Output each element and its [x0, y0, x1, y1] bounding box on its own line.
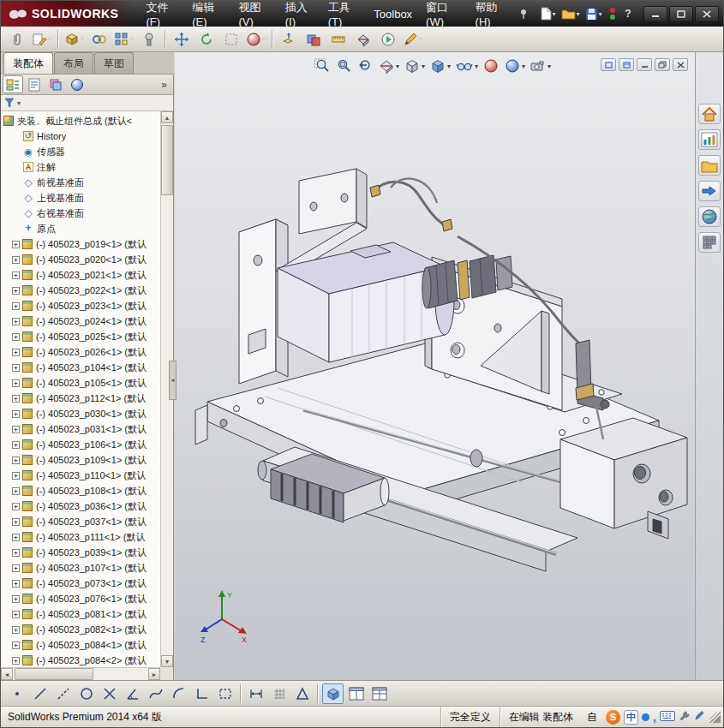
- scroll-right-button[interactable]: ►: [148, 668, 160, 680]
- tree-part-row[interactable]: +(-) 405023_p039<1> (默认: [1, 545, 160, 560]
- previous-view-button[interactable]: [355, 56, 375, 76]
- sketch-button[interactable]: ▾: [401, 28, 424, 51]
- tree-part-row[interactable]: +(-) 405023_p037<1> (默认: [1, 514, 160, 529]
- tree-part-row[interactable]: +(-) 405023_p036<1> (默认: [1, 498, 160, 514]
- trim-tool-button[interactable]: [99, 683, 120, 704]
- motion-study-button[interactable]: [376, 28, 399, 51]
- soft-keyboard-icon[interactable]: [660, 711, 675, 724]
- command-tab[interactable]: 草图: [94, 52, 134, 74]
- tree-part-row[interactable]: +(-) 405023_p031<1> (默认: [1, 421, 160, 437]
- move-component-button[interactable]: [170, 28, 193, 51]
- sogou-icon[interactable]: S: [606, 710, 620, 725]
- expand-toggle-icon[interactable]: +: [12, 302, 20, 310]
- scroll-up-button[interactable]: ▲: [161, 111, 173, 123]
- maximize-button[interactable]: [669, 6, 693, 22]
- tree-part-row[interactable]: +(-) 405023_p108<1> (默认: [1, 483, 160, 498]
- ime-language-icon[interactable]: 中: [624, 710, 638, 725]
- menubar-item[interactable]: 编辑(E): [185, 1, 231, 27]
- tree-part-row[interactable]: +(-) 405023_p022<1> (默认: [1, 283, 160, 298]
- corner-tool-button[interactable]: [191, 683, 212, 704]
- tree-horizontal-scrollbar[interactable]: ◄ ►: [1, 667, 160, 680]
- expand-toggle-icon[interactable]: +: [12, 487, 20, 495]
- tree-part-row[interactable]: +(-) 405023_p110<1> (默认: [1, 468, 160, 483]
- command-tab[interactable]: 布局: [54, 52, 93, 74]
- tab-propertymanager[interactable]: [24, 75, 45, 93]
- viewport-four-view-button[interactable]: [368, 683, 390, 704]
- custom-properties-button[interactable]: [698, 232, 721, 253]
- expand-toggle-icon[interactable]: +: [12, 395, 20, 403]
- doc-minimize-button[interactable]: [637, 58, 652, 71]
- tree-part-row[interactable]: +(-) 405023_p082<1> (默认: [1, 622, 160, 637]
- tree-root-row[interactable]: 夹装、截止组件总成 (默认<: [1, 113, 160, 128]
- doc-previous-window-button[interactable]: [601, 58, 616, 71]
- tree-part-row[interactable]: +(-) 405023_p030<1> (默认: [1, 406, 160, 421]
- expand-toggle-icon[interactable]: +: [12, 426, 20, 433]
- viewport-two-view-button[interactable]: [345, 683, 367, 704]
- tree-part-row[interactable]: +(-) 405023_p105<1> (默认: [1, 375, 160, 391]
- new-document-button[interactable]: ▾: [538, 4, 558, 23]
- tree-folder-row[interactable]: 原点: [1, 221, 160, 236]
- resize-grip[interactable]: [709, 712, 721, 723]
- mate-button[interactable]: [87, 28, 111, 51]
- scroll-thumb[interactable]: [15, 668, 93, 680]
- construction-rect-tool-button[interactable]: [214, 683, 236, 704]
- tree-part-row[interactable]: +(-) 405023_p084<2> (默认: [1, 653, 160, 667]
- expand-toggle-icon[interactable]: +: [12, 580, 20, 588]
- scroll-left-button[interactable]: ◄: [1, 668, 13, 680]
- view-palette-button[interactable]: [698, 206, 721, 227]
- expand-toggle-icon[interactable]: +: [12, 456, 20, 464]
- home-button[interactable]: [698, 104, 721, 124]
- interference-check-button[interactable]: [302, 28, 325, 51]
- panel-flyout-button[interactable]: »: [157, 79, 171, 91]
- expand-toggle-icon[interactable]: +: [12, 564, 20, 572]
- tree-part-row[interactable]: +(-) 405023_p107<1> (默认: [1, 560, 160, 576]
- menubar-item[interactable]: 文件(F): [139, 1, 185, 27]
- doc-close-button[interactable]: [673, 58, 688, 71]
- appearance-button[interactable]: ▾: [244, 28, 267, 51]
- tree-folder-row[interactable]: 上视基准面: [1, 190, 160, 206]
- insert-component-button[interactable]: ▾: [63, 28, 86, 51]
- doc-next-window-button[interactable]: [619, 58, 634, 71]
- tree-part-row[interactable]: +(-) 405023_p025<1> (默认: [1, 329, 160, 344]
- save-button[interactable]: ▾: [583, 4, 604, 23]
- tree-part-row[interactable]: +(-) 405023_p026<1> (默认: [1, 344, 160, 360]
- hide-show-items-button[interactable]: ▾: [453, 56, 480, 76]
- tree-folder-row[interactable]: 前视基准面: [1, 175, 160, 190]
- tab-displaymanager[interactable]: [67, 75, 87, 93]
- edit-appearance-button[interactable]: [481, 56, 501, 76]
- arc-tool-button[interactable]: [168, 683, 189, 704]
- expand-toggle-icon[interactable]: +: [12, 641, 20, 649]
- tree-part-row[interactable]: +(-) 405023_p111<1> (默认: [1, 529, 160, 545]
- expand-toggle-icon[interactable]: +: [12, 349, 20, 356]
- spline-tool-button[interactable]: [145, 683, 166, 704]
- scroll-thumb[interactable]: [161, 125, 173, 195]
- relations-button[interactable]: [291, 683, 313, 704]
- expand-toggle-icon[interactable]: +: [12, 272, 20, 279]
- doc-restore-button[interactable]: [655, 58, 670, 71]
- tree-folder-row[interactable]: 右视基准面: [1, 206, 160, 221]
- expand-toggle-icon[interactable]: +: [12, 549, 20, 557]
- linear-pattern-button[interactable]: ▾: [112, 28, 135, 51]
- apply-scene-button[interactable]: ▾: [502, 56, 527, 76]
- expand-toggle-icon[interactable]: +: [12, 611, 20, 618]
- view-settings-button[interactable]: ▾: [528, 56, 553, 76]
- expand-toggle-icon[interactable]: +: [12, 657, 20, 665]
- expand-toggle-icon[interactable]: +: [12, 626, 20, 634]
- tree-part-row[interactable]: +(-) 405023_p020<1> (默认: [1, 252, 160, 267]
- rebuild-indicator-button[interactable]: [606, 4, 619, 23]
- tree-part-row[interactable]: +(-) 405023_p112<1> (默认: [1, 391, 160, 406]
- command-tab[interactable]: 装配体: [3, 52, 53, 74]
- expand-toggle-icon[interactable]: +: [12, 364, 20, 372]
- tree-part-row[interactable]: +(-) 405023_p021<1> (默认: [1, 267, 160, 283]
- tree-part-row[interactable]: +(-) 405023_p081<1> (默认: [1, 606, 160, 622]
- tree-folder-row[interactable]: History: [1, 128, 160, 144]
- expand-toggle-icon[interactable]: +: [12, 518, 20, 526]
- menubar-item[interactable]: 插入(I): [278, 1, 321, 27]
- file-explorer-button[interactable]: [698, 181, 721, 201]
- exploded-view-button[interactable]: [277, 28, 300, 51]
- section-view-button[interactable]: ▾: [376, 56, 401, 76]
- hide-component-button[interactable]: [219, 28, 242, 51]
- minimize-button[interactable]: [643, 6, 667, 22]
- expand-toggle-icon[interactable]: +: [12, 441, 20, 449]
- expand-toggle-icon[interactable]: +: [12, 595, 20, 603]
